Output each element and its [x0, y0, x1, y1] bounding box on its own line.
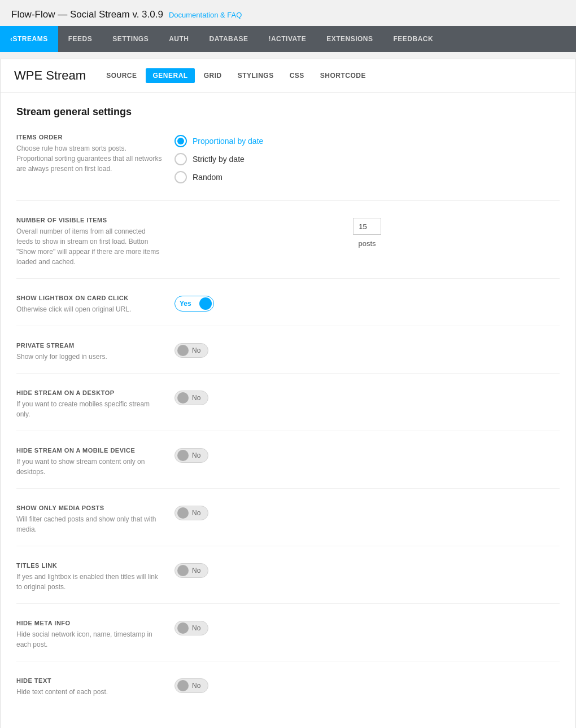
hide-text-toggle-text: No — [192, 682, 200, 690]
hide-meta-knob — [177, 622, 189, 634]
hide-desktop-toggle-text: No — [192, 394, 200, 402]
media-only-control: No — [174, 505, 560, 520]
hide-mobile-toggle[interactable]: No — [174, 448, 208, 463]
stream-name: WPE Stream — [14, 68, 86, 83]
nav-feeds[interactable]: FEEDS — [58, 26, 103, 52]
lightbox-toggle-text: Yes — [180, 300, 191, 308]
settings-body: Stream general settings ITEMS ORDER Choo… — [1, 93, 575, 728]
items-order-label: ITEMS ORDER — [16, 134, 163, 141]
hide-text-toggle[interactable]: No — [174, 678, 208, 693]
doc-link[interactable]: Documentation & FAQ — [169, 11, 242, 19]
media-only-toggle[interactable]: No — [174, 506, 208, 520]
items-order-desc: Choose rule how stream sorts posts. Prop… — [16, 143, 163, 174]
nav-activate[interactable]: !ACTIVATE — [258, 26, 316, 52]
tab-stylings[interactable]: STYLINGS — [231, 68, 281, 83]
nav-feedback-label: FEEDBACK — [394, 35, 434, 43]
hide-mobile-label: HIDE STREAM ON A MOBILE DEVICE — [16, 447, 163, 454]
private-stream-desc: Show only for logged in users. — [16, 352, 163, 362]
private-stream-toggle[interactable]: No — [174, 343, 208, 358]
titles-link-knob — [177, 565, 189, 576]
media-only-desc: Will filter cached posts and show only t… — [16, 514, 163, 534]
media-only-knob — [177, 507, 189, 519]
hide-mobile-control: No — [174, 447, 560, 463]
lightbox-desc: Otherwise click will open original URL. — [16, 304, 163, 314]
private-stream-control: No — [174, 342, 560, 358]
tab-css[interactable]: CSS — [283, 68, 311, 83]
titles-link-desc: If yes and lightbox is enabled then titl… — [16, 572, 163, 592]
private-stream-knob — [177, 345, 189, 356]
setting-media-only: SHOW ONLY MEDIA POSTS Will filter cached… — [16, 505, 560, 546]
radio-proportional-inner — [177, 138, 184, 144]
radio-random-label: Random — [193, 173, 222, 182]
titles-link-toggle-text: No — [192, 567, 200, 574]
hide-desktop-control: No — [174, 389, 560, 405]
hide-meta-control: No — [174, 620, 560, 635]
titles-link-label: TITLES LINK — [16, 562, 163, 569]
hide-desktop-knob — [177, 392, 189, 404]
visible-items-input[interactable] — [353, 218, 381, 235]
setting-lightbox: SHOW LIGHTBOX ON CARD CLICK Otherwise cl… — [16, 295, 560, 326]
nav-database[interactable]: DATABASE — [199, 26, 259, 52]
nav-extensions[interactable]: EXTENSIONS — [316, 26, 383, 52]
hide-text-control: No — [174, 677, 560, 693]
hide-meta-toggle[interactable]: No — [174, 621, 208, 635]
nav-settings[interactable]: SETTINGS — [102, 26, 159, 52]
visible-items-control: posts — [174, 217, 560, 248]
visible-items-unit: posts — [358, 239, 376, 248]
nav-streams-label: STREAMS — [13, 35, 48, 43]
tab-general[interactable]: GENERAL — [146, 68, 194, 83]
radio-proportional-label: Proportional by date — [193, 137, 263, 146]
setting-hide-text: HIDE TEXT Hide text content of each post… — [16, 677, 560, 708]
setting-titles-link: TITLES LINK If yes and lightbox is enabl… — [16, 562, 560, 604]
nav-feedback[interactable]: FEEDBACK — [383, 26, 444, 52]
hide-text-desc: Hide text content of each post. — [16, 687, 163, 697]
setting-private-stream: PRIVATE STREAM Show only for logged in u… — [16, 342, 560, 374]
items-order-control: Proportional by date Strictly by date Ra… — [174, 134, 560, 189]
lightbox-label: SHOW LIGHTBOX ON CARD CLICK — [16, 295, 163, 301]
radio-strictly-label: Strictly by date — [193, 155, 245, 164]
hide-text-label: HIDE TEXT — [16, 677, 163, 684]
radio-proportional[interactable]: Proportional by date — [174, 135, 560, 147]
nav-auth-label: AUTH — [169, 35, 189, 43]
setting-hide-mobile: HIDE STREAM ON A MOBILE DEVICE If you wa… — [16, 447, 560, 489]
nav-database-label: DATABASE — [210, 35, 248, 43]
private-stream-toggle-text: No — [192, 347, 200, 354]
nav-auth[interactable]: AUTH — [159, 26, 199, 52]
nav-extensions-label: EXTENSIONS — [326, 35, 373, 43]
radio-strictly-circle — [174, 153, 187, 165]
hide-desktop-toggle[interactable]: No — [174, 391, 208, 405]
nav-feeds-label: FEEDS — [68, 35, 93, 43]
section-title: Stream general settings — [16, 106, 560, 118]
setting-visible-items: NUMBER OF VISIBLE ITEMS Overall number o… — [16, 217, 560, 279]
radio-strictly[interactable]: Strictly by date — [174, 153, 560, 165]
lightbox-control: Yes — [174, 295, 560, 312]
radio-proportional-circle — [174, 135, 187, 147]
hide-meta-toggle-text: No — [192, 624, 200, 632]
hide-desktop-label: HIDE STREAM ON A DESKTOP — [16, 389, 163, 396]
media-only-toggle-text: No — [192, 509, 200, 517]
setting-hide-meta: HIDE META INFO Hide social network icon,… — [16, 620, 560, 661]
nav-settings-label: SETTINGS — [112, 35, 149, 43]
tab-source[interactable]: SOURCE — [99, 68, 143, 83]
titles-link-toggle[interactable]: No — [174, 563, 208, 578]
media-only-label: SHOW ONLY MEDIA POSTS — [16, 505, 163, 511]
visible-items-label: NUMBER OF VISIBLE ITEMS — [16, 217, 163, 223]
hide-mobile-toggle-text: No — [192, 451, 200, 459]
hide-mobile-knob — [177, 450, 189, 461]
stream-tabs: SOURCE GENERAL GRID STYLINGS CSS SHORTCO… — [99, 68, 373, 83]
tab-shortcode[interactable]: SHORTCODE — [313, 68, 373, 83]
lightbox-toggle-knob — [199, 297, 212, 310]
visible-items-desc: Overall number of items from all connect… — [16, 226, 163, 267]
hide-meta-label: HIDE META INFO — [16, 620, 163, 626]
hide-text-knob — [177, 680, 189, 691]
stream-header: WPE Stream SOURCE GENERAL GRID STYLINGS … — [1, 59, 575, 93]
main-nav: ‹ STREAMS FEEDS SETTINGS AUTH DATABASE !… — [0, 26, 576, 52]
nav-streams[interactable]: ‹ STREAMS — [0, 26, 58, 52]
app-title: Flow-Flow — Social Stream v. 3.0.9 — [11, 9, 163, 20]
lightbox-toggle[interactable]: Yes — [174, 296, 214, 312]
tab-grid[interactable]: GRID — [197, 68, 229, 83]
radio-random[interactable]: Random — [174, 171, 560, 183]
titles-link-control: No — [174, 562, 560, 578]
setting-hide-desktop: HIDE STREAM ON A DESKTOP If you want to … — [16, 389, 560, 431]
radio-random-circle — [174, 171, 187, 183]
